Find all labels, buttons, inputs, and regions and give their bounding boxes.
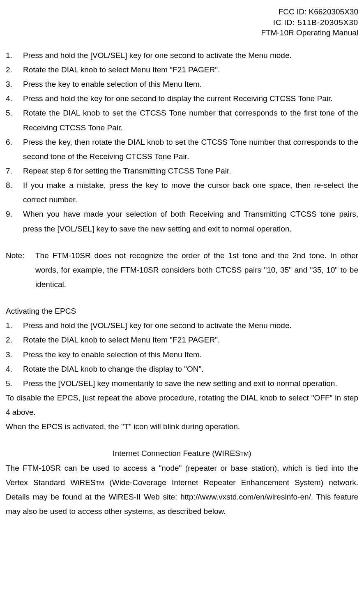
list-item: 7.Repeat step 6 for setting the Transmit… [6, 164, 358, 178]
list-item: 5.Rotate the DIAL knob to set the CTCSS … [6, 106, 358, 134]
list-item: 2.Rotate the DIAL knob to select Menu It… [6, 62, 358, 77]
list-item-number: 5. [6, 106, 23, 134]
header-manual-title: FTM-10R Operating Manual [6, 28, 358, 38]
list-item: 4.Rotate the DIAL knob to change the dis… [6, 362, 358, 376]
list-item-text: Press and hold the [VOL/SEL] key for one… [23, 48, 358, 62]
activating-epcs-heading: Activating the EPCS [6, 304, 358, 318]
list-item-text: Rotate the DIAL knob to set the CTCSS To… [23, 106, 358, 134]
header-fcc-id: FCC ID: K6620305X30 [6, 7, 358, 17]
list-item-number: 1. [6, 318, 23, 333]
list-item: 6.Press the key, then rotate the DIAL kn… [6, 135, 358, 164]
list-item-number: 2. [6, 62, 23, 77]
list-item-text: Rotate the DIAL knob to change the displ… [23, 362, 358, 376]
list-item-number: 9. [6, 207, 23, 236]
heading-text-pre: Internet Connection Feature (WIRES [113, 449, 240, 458]
list-item: 1.Press and hold the [VOL/SEL] key for o… [6, 48, 358, 62]
list-item-text: Rotate the DIAL knob to select Menu Item… [23, 333, 358, 347]
list-item: 4.Press and hold the key for one second … [6, 91, 358, 106]
heading-text-post: ) [249, 449, 251, 458]
list-item-text: Press the key to enable selection of thi… [23, 347, 358, 362]
list-item-text: When you have made your selection of bot… [23, 207, 358, 236]
list-item: 5.Press the [VOL/SEL] key momentarily to… [6, 376, 358, 391]
ordered-list-b: 1.Press and hold the [VOL/SEL] key for o… [6, 318, 358, 391]
list-item-number: 4. [6, 91, 23, 106]
list-item-text: Press the key to enable selection of thi… [23, 77, 358, 91]
internet-connection-heading: Internet Connection Feature (WIRESTM) [6, 446, 358, 460]
document-header: FCC ID: K6620305X30 IC ID: 511B-20305X30… [6, 7, 358, 38]
list-item: 3.Press the key to enable selection of t… [6, 347, 358, 362]
list-item-text: Press and hold the [VOL/SEL] key for one… [23, 318, 358, 333]
ordered-list-a: 1.Press and hold the [VOL/SEL] key for o… [6, 48, 358, 236]
list-item: 1.Press and hold the [VOL/SEL] key for o… [6, 318, 358, 333]
list-item-text: Press the key, then rotate the DIAL knob… [23, 135, 358, 164]
list-item-number: 6. [6, 135, 23, 164]
note-label: Note: [6, 248, 35, 291]
epcs-activated-paragraph: When the EPCS is activated, the "T" icon… [6, 419, 358, 434]
list-item-number: 3. [6, 77, 23, 91]
list-item: 9.When you have made your selection of b… [6, 207, 358, 236]
list-item-number: 4. [6, 362, 23, 376]
para-c-tm: TM [96, 480, 104, 486]
list-item-number: 7. [6, 164, 23, 178]
list-item-text: Rotate the DIAL knob to select Menu Item… [23, 62, 358, 77]
list-item-text: Repeat step 6 for setting the Transmitti… [23, 164, 358, 178]
list-item-number: 5. [6, 376, 23, 391]
list-item-number: 3. [6, 347, 23, 362]
internet-connection-paragraph: The FTM-10SR can be used to access a "no… [6, 461, 358, 519]
note-block: Note: The FTM-10SR does not recognize th… [6, 248, 358, 291]
list-item-text: Press the [VOL/SEL] key momentarily to s… [23, 376, 358, 391]
list-item-number: 2. [6, 333, 23, 347]
list-item-text: If you make a mistake, press the key to … [23, 178, 358, 207]
list-item: 8.If you make a mistake, press the key t… [6, 178, 358, 207]
list-item-text: Press and hold the key for one second to… [23, 91, 358, 106]
list-item-number: 8. [6, 178, 23, 207]
heading-text-tm: TM [240, 451, 249, 457]
disable-epcs-paragraph: To disable the EPCS, just repeat the abo… [6, 391, 358, 419]
header-ic-id: IC ID: 511B-20305X30 [6, 17, 358, 28]
note-text: The FTM-10SR does not recognize the orde… [35, 248, 358, 291]
list-item: 2.Rotate the DIAL knob to select Menu It… [6, 333, 358, 347]
list-item: 3.Press the key to enable selection of t… [6, 77, 358, 91]
list-item-number: 1. [6, 48, 23, 62]
